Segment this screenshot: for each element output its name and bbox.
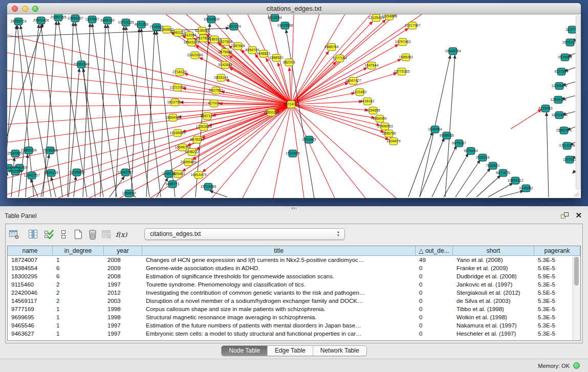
column-header-short[interactable]: short (453, 246, 534, 255)
node-label: 16210643 (551, 113, 567, 117)
cell-short: Hescheler et al. (1997) (453, 330, 534, 338)
float-panel-icon[interactable] (560, 211, 569, 220)
cell-year: 2003 (104, 297, 142, 305)
node-label: 4671358 (134, 23, 148, 26)
edge (573, 170, 575, 173)
node-label: 9529966 (558, 55, 572, 59)
cell-in_degree: 2 (53, 280, 104, 289)
node-label: 19166822 (169, 131, 185, 135)
table-body: 1872400712008Changes of HCN gene express… (8, 256, 580, 338)
node-label: 15716485 (200, 185, 216, 188)
edge (455, 160, 480, 197)
node-label: 12342757 (117, 170, 133, 174)
canvas-scrollbar[interactable] (576, 15, 580, 190)
edge (511, 110, 541, 129)
node-label: 7632621 (486, 164, 499, 167)
edge (499, 191, 524, 197)
column-header-year[interactable]: year (104, 246, 142, 255)
window-titlebar[interactable]: citations_edges.txt (7, 3, 581, 14)
row-height-icon[interactable] (57, 228, 70, 241)
network-window: citations_edges.txt 24355724206914062009… (7, 3, 581, 198)
splitter-grip-icon[interactable] (292, 207, 296, 209)
table-row[interactable]: 1938455462009Genome-wide association stu… (8, 264, 580, 272)
select-rows-icon[interactable] (42, 228, 56, 241)
node-label: 12042757 (24, 173, 39, 177)
node-label: 25200650 (7, 151, 23, 155)
table-scrollbar[interactable] (573, 256, 580, 340)
node-label: 16648784 (445, 49, 461, 53)
table-scrollbar-thumb[interactable] (574, 257, 579, 286)
panel-splitter[interactable] (0, 206, 588, 210)
node-label: 8427552 (209, 89, 223, 92)
function-builder-icon[interactable]: f(x) (115, 228, 128, 241)
table-row[interactable]: 1456911722003Disruption of a novel membe… (8, 297, 580, 305)
column-header-pagerank[interactable]: pagerank (534, 246, 580, 255)
node-label: 12095872 (551, 84, 567, 87)
column-header-in_degree[interactable]: in_degree (53, 246, 104, 255)
cell-out_de: 49 (416, 256, 453, 264)
tab-network-table[interactable]: Network Table (313, 346, 366, 356)
node-label: 8471676 (496, 171, 510, 174)
tab-edge-table[interactable]: Edge Table (268, 346, 313, 356)
node-label: 8416162 (360, 99, 374, 103)
node-label: 11156853 (69, 170, 84, 174)
table-row[interactable]: 911546021997Tourette syndrome. Phenomeno… (8, 280, 580, 289)
edge (488, 183, 513, 197)
node-label: 1604679 (386, 139, 400, 143)
node-label: 16033809 (203, 17, 219, 21)
edge (408, 132, 432, 197)
node-label: 20691406 (33, 18, 49, 22)
cell-year: 1998 (104, 305, 142, 313)
table-row[interactable]: 2242004622012Investigating the contribut… (8, 289, 580, 297)
memory-ok-indicator[interactable] (573, 362, 580, 369)
table-row[interactable]: 946362711997Embryonic stem cells: a mode… (8, 330, 580, 338)
table-row[interactable]: 977716911998Corpus callosum shape and si… (8, 305, 580, 313)
column-header-title[interactable]: title (142, 246, 416, 255)
table-row[interactable]: 969969511998Structural magnetic resonanc… (8, 313, 580, 321)
cell-out_de: 0 (416, 305, 453, 313)
cell-name: 14569117 (8, 297, 53, 305)
network-canvas[interactable]: 2435572420691406200971851065328713276076… (7, 14, 581, 198)
cell-out_de: 0 (416, 313, 453, 321)
node-label: 19797483 (395, 40, 410, 43)
table-selector-dropdown[interactable]: citations_edges.txt ▲▼ (144, 228, 345, 240)
tab-node-table[interactable]: Node Table (222, 346, 268, 356)
edge (31, 179, 38, 197)
cell-name: 22420046 (8, 289, 53, 297)
node-label: 16047427 (345, 79, 361, 82)
edge (286, 30, 314, 198)
table-row[interactable]: 1830029562008Estimation of significance … (8, 272, 580, 280)
cell-short: Nakamura et al. (1997) (453, 321, 534, 330)
delete-table-icon[interactable] (86, 228, 99, 241)
column-header-out_de[interactable]: △ out_de... (416, 246, 453, 255)
node-label: 6466160 (100, 18, 114, 22)
cell-name: 9465546 (8, 321, 53, 330)
node-label: 10653287 (67, 16, 83, 20)
node-label: 8777154 (333, 56, 346, 60)
node-label: 19654985 (165, 116, 181, 119)
node-label: 1640954 (428, 127, 442, 131)
close-panel-icon[interactable]: ✕ (575, 211, 582, 220)
node-label: 1588520 (269, 56, 283, 59)
table-row[interactable]: 946554611997Estimation of the future num… (8, 321, 580, 330)
edge (11, 158, 14, 197)
resize-grip-icon[interactable] (573, 190, 580, 197)
node-label: 12217987 (404, 24, 420, 27)
node-label: 9242848 (218, 63, 232, 67)
column-header-name[interactable]: name (8, 246, 53, 255)
show-column-icon[interactable] (27, 228, 40, 241)
new-table-icon[interactable] (72, 228, 85, 241)
table-settings-icon[interactable] (8, 228, 21, 241)
node-label: 6479197 (452, 141, 466, 145)
cell-year: 2009 (104, 264, 142, 272)
citation-network-graph[interactable]: 2435572420691406200971851065328713276076… (7, 14, 581, 198)
node-label: 8954959 (373, 117, 386, 120)
node-label: 9827508 (218, 40, 232, 43)
node-label: 11154808 (382, 14, 397, 18)
table-container: f(x) citations_edges.txt ▲▼ namein_degre… (5, 224, 583, 343)
cell-out_de: 0 (416, 297, 453, 305)
node-label: 2933114 (476, 156, 490, 159)
table-row[interactable]: 1872400712008Changes of HCN gene express… (8, 256, 580, 264)
edge (291, 28, 408, 104)
node-label: 12353584 (195, 125, 211, 128)
